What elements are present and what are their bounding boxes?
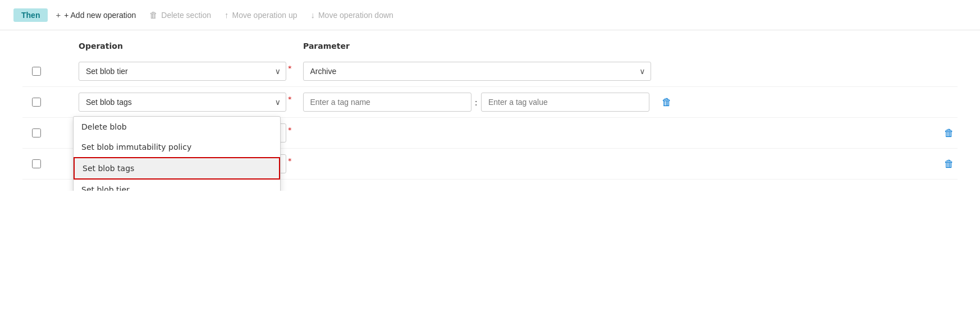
dropdown-item-set-blob-tier[interactable]: Set blob tier <box>74 180 280 191</box>
row-4-trash-icon: 🗑 <box>944 158 954 169</box>
tag-name-input[interactable] <box>303 93 471 112</box>
row-1-operation-select-wrapper: Set blob tier Set blob tags Delete blob … <box>79 62 286 81</box>
row-3-delete-button[interactable]: 🗑 <box>941 124 958 143</box>
row-2-required-star: * <box>288 95 292 103</box>
move-down-button[interactable]: ↓ Move operation down <box>305 7 399 23</box>
arrow-up-icon: ↑ <box>225 10 229 20</box>
row-4-required-star: * <box>288 157 292 165</box>
table-row: Set blob tier Set blob tags Delete blob … <box>22 56 958 87</box>
colon-separator: : <box>471 97 481 108</box>
delete-section-button[interactable]: 🗑 Delete section <box>144 7 217 23</box>
arrow-down-icon: ↓ <box>310 10 315 20</box>
row-4-delete-button[interactable]: 🗑 <box>941 155 958 173</box>
row-3-trash-icon: 🗑 <box>944 127 954 139</box>
dropdown-item-set-blob-tags[interactable]: Set blob tags <box>74 157 280 180</box>
trash-icon: 🗑 <box>149 10 158 20</box>
column-headers: Operation Parameter <box>79 42 958 56</box>
row-2-param-area: : 🗑 <box>303 93 958 112</box>
row-2-checkbox[interactable] <box>32 98 41 107</box>
row-3-checkbox-area <box>28 125 45 141</box>
row-1-checkbox-area <box>28 63 45 80</box>
operation-column-header: Operation <box>79 42 292 50</box>
plus-icon: + <box>56 10 61 20</box>
row-1-checkbox[interactable] <box>32 67 41 76</box>
row-1-param-select[interactable]: Archive Hot Cool <box>303 62 651 81</box>
row-1-param-area: Archive Hot Cool ∨ <box>303 62 958 81</box>
operation-dropdown-menu: Delete blob Set blob immutability policy… <box>73 116 281 191</box>
row-3-required-star: * <box>288 126 292 134</box>
table-row: Set blob tags Set blob tier Delete blob … <box>22 87 958 118</box>
dropdown-item-immutability[interactable]: Set blob immutability policy <box>74 137 280 157</box>
toolbar: Then + + Add new operation 🗑 Delete sect… <box>0 0 980 30</box>
add-operation-button[interactable]: + + Add new operation <box>50 7 141 23</box>
tag-value-input[interactable] <box>481 93 649 112</box>
row-4-checkbox-area <box>28 155 45 172</box>
row-2-checkbox-area <box>28 94 45 111</box>
move-up-button[interactable]: ↑ Move operation up <box>219 7 303 23</box>
row-2-delete-button[interactable]: 🗑 <box>658 93 675 112</box>
row-3-checkbox[interactable] <box>32 128 41 137</box>
row-1-required-star: * <box>288 64 292 72</box>
row-2-trash-icon: 🗑 <box>662 97 672 108</box>
row-2-operation-select[interactable]: Set blob tags Set blob tier Delete blob … <box>79 93 286 112</box>
dropdown-item-delete-blob[interactable]: Delete blob <box>74 117 280 137</box>
row-1-param-select-wrapper: Archive Hot Cool ∨ <box>303 62 651 81</box>
row-1-operation-select[interactable]: Set blob tier Set blob tags Delete blob … <box>79 62 286 81</box>
main-content: Operation Parameter Set blob tier Set bl… <box>0 30 980 191</box>
row-4-checkbox[interactable] <box>32 159 41 168</box>
parameter-column-header: Parameter <box>303 42 528 50</box>
then-badge: Then <box>13 8 48 22</box>
row-2-operation-select-wrapper: Set blob tags Set blob tier Delete blob … <box>79 93 286 112</box>
